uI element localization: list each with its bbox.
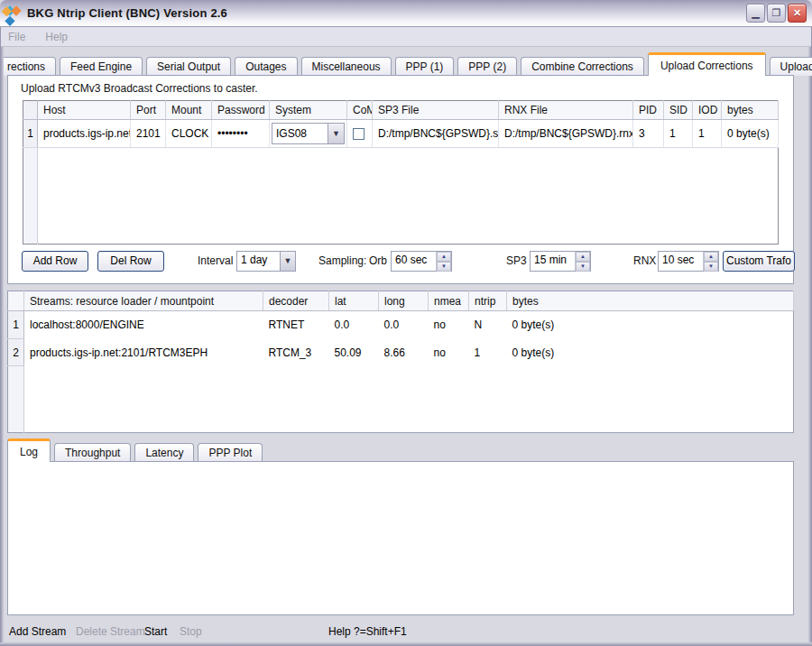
tab-log[interactable]: Log: [7, 438, 51, 462]
add-row-button[interactable]: Add Row: [22, 251, 88, 272]
ntrip-cell: N: [469, 311, 507, 339]
sp3-spinner[interactable]: 15 min ▲ ▼: [530, 251, 591, 272]
nmea-cell: no: [429, 338, 469, 366]
upload-table-empty-area: [23, 148, 779, 245]
interval-value: 1 day: [237, 252, 280, 271]
col-long: long: [379, 291, 429, 311]
col-rownum: [8, 291, 24, 311]
col-system: System: [270, 101, 347, 120]
title-bar[interactable]: BKG Ntrip Client (BNC) Version 2.6 ▁ ❐ ✕: [0, 0, 812, 27]
interval-label: Interval: [198, 254, 233, 267]
log-output-area[interactable]: [7, 461, 794, 615]
orb-label: Orb: [369, 254, 387, 267]
row-number: 2: [8, 338, 24, 366]
streams-empty-area: [8, 366, 794, 433]
col-bytes: bytes: [722, 101, 779, 120]
stream-row[interactable]: 1 localhost:8000/ENGINE RTNET 0.0 0.0 no…: [8, 311, 794, 339]
col-port: Port: [131, 101, 166, 120]
port-cell[interactable]: 2101: [131, 120, 166, 148]
row-number: 1: [8, 311, 24, 339]
tab-throughput[interactable]: Throughput: [54, 443, 131, 462]
col-com: CoM: [347, 101, 373, 120]
sampling-label: Sampling:: [318, 254, 366, 267]
minimize-icon[interactable]: ▁: [746, 4, 765, 23]
window-frame-bottom: [0, 642, 812, 646]
row-number: 1: [23, 120, 38, 148]
pid-cell[interactable]: 3: [633, 120, 664, 148]
spin-down-icon[interactable]: ▼: [704, 262, 718, 272]
tab-upload-corrections[interactable]: Upload Corrections: [648, 52, 766, 76]
col-pid: PID: [633, 101, 664, 120]
sp3-label: SP3: [506, 254, 527, 267]
spin-up-icon[interactable]: ▲: [576, 252, 590, 262]
app-icon: [5, 5, 22, 22]
spin-up-icon[interactable]: ▲: [704, 252, 718, 262]
start-button[interactable]: Start: [144, 625, 167, 638]
main-tab-bar: rections Feed Engine Serial Output Outag…: [4, 51, 808, 76]
col-bytes: bytes: [507, 291, 794, 311]
decoder-cell: RTNET: [263, 311, 329, 339]
iod-cell[interactable]: 1: [693, 120, 722, 148]
tab-ppp-1[interactable]: PPP (1): [395, 57, 455, 76]
tab-upload-ephemeris[interactable]: Upload Ephemeris: [770, 57, 812, 76]
panel-caption: Upload RTCMv3 Broadcast Corrections to c…: [21, 82, 258, 95]
tab-ppp-plot[interactable]: PPP Plot: [198, 443, 263, 462]
spin-down-icon[interactable]: ▼: [437, 262, 451, 272]
tab-ppp-2[interactable]: PPP (2): [457, 57, 517, 76]
menu-file[interactable]: File: [8, 31, 25, 43]
password-cell[interactable]: ••••••••: [212, 120, 270, 148]
stop-button: Stop: [180, 625, 202, 638]
window-frame-right: [808, 27, 812, 646]
upload-table-header: Host Port Mount Password System CoM SP3 …: [23, 101, 779, 120]
col-sid: SID: [664, 101, 693, 120]
col-nmea: nmea: [429, 291, 469, 311]
tab-outages[interactable]: Outages: [235, 57, 297, 76]
lat-cell: 50.09: [329, 338, 379, 366]
rnx-spinner[interactable]: 10 sec ▲ ▼: [658, 251, 719, 272]
long-cell: 0.0: [379, 311, 429, 339]
chevron-down-icon[interactable]: ▼: [280, 252, 295, 271]
menu-bar: File Help: [1, 27, 811, 47]
del-row-button[interactable]: Del Row: [97, 251, 164, 272]
system-select-value: IGS08: [272, 127, 328, 140]
col-password: Password: [212, 101, 270, 120]
streams-table[interactable]: Streams: resource loader / mountpoint de…: [7, 291, 794, 433]
orb-value: 60 sec: [392, 252, 436, 271]
streams-header: Streams: resource loader / mountpoint de…: [8, 291, 794, 311]
mountpoint-cell: products.igs-ip.net:2101/RTCM3EPH: [24, 338, 263, 366]
orb-spinner[interactable]: 60 sec ▲ ▼: [391, 251, 452, 272]
sp3-file-cell[interactable]: D:/tmp/BNC${GPSWD}.sp3: [373, 120, 499, 148]
spin-up-icon[interactable]: ▲: [437, 252, 451, 262]
tab-feed-engine[interactable]: Feed Engine: [60, 57, 143, 76]
spin-down-icon[interactable]: ▼: [576, 262, 590, 272]
upload-table[interactable]: Host Port Mount Password System CoM SP3 …: [23, 100, 779, 245]
custom-trafo-button[interactable]: Custom Trafo: [723, 251, 795, 272]
col-rnx-file: RNX File: [499, 101, 633, 120]
menu-help[interactable]: Help: [45, 31, 68, 43]
host-cell[interactable]: products.igs-ip.net: [38, 120, 131, 148]
tab-latency[interactable]: Latency: [134, 443, 194, 462]
rnx-file-cell[interactable]: D:/tmp/BNC${GPSWD}.rnx: [499, 120, 633, 148]
upload-controls: Add Row Del Row Interval 1 day ▼ Samplin…: [8, 251, 793, 274]
tab-miscellaneous[interactable]: Miscellaneous: [301, 57, 392, 76]
stream-row[interactable]: 2 products.igs-ip.net:2101/RTCM3EPH RTCM…: [8, 338, 794, 366]
col-rownum: [23, 101, 38, 120]
interval-select[interactable]: 1 day ▼: [236, 251, 296, 272]
window-frame-left: [0, 27, 4, 646]
maximize-icon[interactable]: ❐: [767, 4, 786, 23]
lat-cell: 0.0: [329, 311, 379, 339]
tab-combine-corrections[interactable]: Combine Corrections: [521, 57, 644, 76]
add-stream-button[interactable]: Add Stream: [9, 625, 66, 638]
close-icon[interactable]: ✕: [788, 4, 807, 23]
long-cell: 8.66: [379, 338, 429, 366]
chevron-down-icon[interactable]: ▼: [328, 124, 344, 143]
sid-cell[interactable]: 1: [664, 120, 693, 148]
com-checkbox[interactable]: [353, 128, 364, 140]
mount-cell[interactable]: CLOCK: [166, 120, 212, 148]
tab-serial-output[interactable]: Serial Output: [146, 57, 231, 76]
sp3-value: 15 min: [531, 252, 575, 271]
bottom-tab-bar: Log Throughput Latency PPP Plot: [7, 441, 805, 462]
system-select[interactable]: IGS08 ▼: [272, 123, 345, 144]
bytes-cell: 0 byte(s): [507, 338, 794, 366]
tab-corrections[interactable]: rections: [4, 57, 56, 76]
